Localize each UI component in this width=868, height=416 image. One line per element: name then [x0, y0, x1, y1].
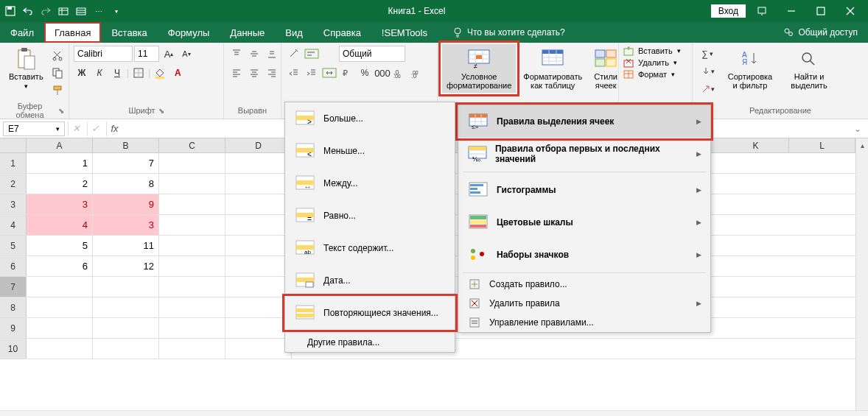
date-occurring-item[interactable]: Дата...	[285, 264, 455, 297]
row-header[interactable]: 7	[0, 277, 27, 297]
undo-icon[interactable]	[22, 5, 34, 17]
cell[interactable]	[225, 277, 292, 297]
cell[interactable]	[225, 174, 292, 194]
decrease-decimal-icon[interactable]: ,00,0	[410, 65, 426, 81]
font-name-input[interactable]	[74, 46, 133, 62]
between-item[interactable]: ↔ Между...	[285, 167, 455, 200]
row-header[interactable]: 3	[0, 194, 27, 214]
wrap-text-icon[interactable]	[304, 46, 320, 62]
data-bars-item[interactable]: Гистограммы ▶	[458, 174, 710, 206]
tell-me-search[interactable]: Что вы хотите сделать?	[438, 22, 773, 43]
comma-format-icon[interactable]: 000	[374, 65, 391, 81]
font-size-input[interactable]	[134, 46, 159, 62]
delete-cells-button[interactable]: Удалить▾	[623, 57, 681, 68]
cell[interactable]	[93, 339, 159, 359]
less-than-item[interactable]: < Меньше...	[285, 135, 455, 167]
bold-icon[interactable]: Ж	[74, 65, 90, 81]
color-scales-item[interactable]: Цветовые шкалы ▶	[458, 206, 710, 239]
qat-custom-1-icon[interactable]	[57, 5, 69, 17]
fx-icon[interactable]: fx	[106, 121, 122, 136]
accept-formula-icon[interactable]: ✓	[87, 121, 103, 136]
cell[interactable]: 3	[93, 215, 159, 235]
share-button[interactable]: Общий доступ	[773, 22, 868, 43]
decrease-font-icon[interactable]: A▾	[178, 46, 195, 62]
tab-insert[interactable]: Вставка	[101, 22, 157, 43]
clear-rules-item[interactable]: Удалить правила ▶	[458, 294, 710, 313]
cell[interactable]	[159, 256, 225, 276]
cell[interactable]	[159, 194, 225, 214]
highlight-cells-rules-item[interactable]: ≤> Правила выделения ячеек ▶	[458, 105, 710, 138]
cell[interactable]	[159, 277, 225, 297]
paste-button[interactable]: Вставить ▾	[4, 44, 48, 93]
equal-to-item[interactable]: = Равно...	[285, 200, 455, 232]
cell[interactable]: 6	[27, 256, 93, 276]
ribbon-options-icon[interactable]	[749, 3, 775, 19]
row-header[interactable]: 8	[0, 297, 27, 317]
col-header[interactable]: B	[93, 138, 159, 152]
tab-home[interactable]: Главная	[44, 22, 101, 43]
insert-cells-button[interactable]: Вставить▾	[623, 46, 681, 56]
percent-format-icon[interactable]: %	[357, 65, 373, 81]
format-cells-button[interactable]: Формат▾	[623, 69, 681, 80]
cell[interactable]	[93, 277, 159, 297]
align-bottom-icon[interactable]	[264, 46, 280, 62]
font-launcher-icon[interactable]: ⬊	[158, 107, 164, 115]
copy-icon[interactable]	[49, 65, 66, 81]
align-center-icon[interactable]	[246, 65, 262, 81]
cell[interactable]: 2	[27, 174, 93, 194]
cell[interactable]	[225, 236, 292, 255]
qat-more-icon[interactable]: ⋯	[93, 5, 105, 17]
tab-data[interactable]: Данные	[220, 22, 275, 43]
vertical-scrollbar[interactable]: ▴	[855, 138, 868, 410]
row-header[interactable]: 2	[0, 174, 27, 194]
fill-color-icon[interactable]	[152, 65, 168, 81]
autosum-icon[interactable]: ∑▾	[697, 46, 718, 62]
cell-styles-button[interactable]: Стили ячеек	[589, 44, 622, 93]
cell[interactable]	[159, 318, 225, 338]
col-header[interactable]: A	[27, 138, 93, 152]
col-header[interactable]: L	[789, 138, 855, 152]
cell[interactable]	[93, 297, 159, 317]
cell[interactable]: 11	[93, 236, 159, 255]
row-header[interactable]: 6	[0, 256, 27, 276]
decrease-indent-icon[interactable]	[286, 65, 302, 81]
cell[interactable]	[225, 215, 292, 235]
cell[interactable]	[27, 277, 93, 297]
cell[interactable]	[159, 153, 225, 173]
more-rules-item[interactable]: Другие правила...	[285, 333, 455, 352]
find-select-button[interactable]: Найти и выделить	[783, 44, 836, 93]
cell[interactable]	[225, 297, 292, 317]
conditional-formatting-button[interactable]: ≠ Условное форматирование	[442, 44, 516, 93]
top-bottom-rules-item[interactable]: ⅒ Правила отбора первых и последних знач…	[458, 138, 710, 170]
cell[interactable]	[27, 339, 93, 359]
cell[interactable]	[93, 318, 159, 338]
cancel-formula-icon[interactable]: ✕	[68, 121, 84, 136]
cell[interactable]	[27, 318, 93, 338]
cell[interactable]	[159, 215, 225, 235]
cell[interactable]	[225, 256, 292, 276]
underline-icon[interactable]: Ч	[109, 65, 125, 81]
tab-formulas[interactable]: Формулы	[158, 22, 220, 43]
increase-indent-icon[interactable]	[304, 65, 320, 81]
cell[interactable]: 1	[27, 153, 93, 173]
tab-file[interactable]: Файл	[0, 22, 44, 43]
icon-sets-item[interactable]: Наборы значков ▶	[458, 239, 710, 271]
cell[interactable]: 8	[93, 174, 159, 194]
cell[interactable]	[225, 339, 292, 359]
row-header[interactable]: 5	[0, 236, 27, 255]
format-painter-icon[interactable]	[49, 82, 66, 99]
qat-custom-2-icon[interactable]	[75, 5, 87, 17]
format-as-table-button[interactable]: Форматировать как таблицу	[519, 44, 587, 93]
font-color-icon[interactable]: А	[169, 65, 186, 81]
cell[interactable]: 7	[93, 153, 159, 173]
tab-semtools[interactable]: !SEMTools	[371, 22, 438, 43]
number-format-select[interactable]	[339, 46, 405, 62]
cell[interactable]	[225, 194, 292, 214]
maximize-icon[interactable]	[808, 3, 834, 19]
col-header[interactable]: C	[159, 138, 225, 152]
duplicate-values-item[interactable]: Повторяющиеся значения...	[285, 297, 455, 329]
row-header[interactable]: 10	[0, 339, 27, 359]
cell[interactable]	[225, 318, 292, 338]
select-all-corner[interactable]	[0, 138, 27, 152]
row-header[interactable]: 4	[0, 215, 27, 235]
